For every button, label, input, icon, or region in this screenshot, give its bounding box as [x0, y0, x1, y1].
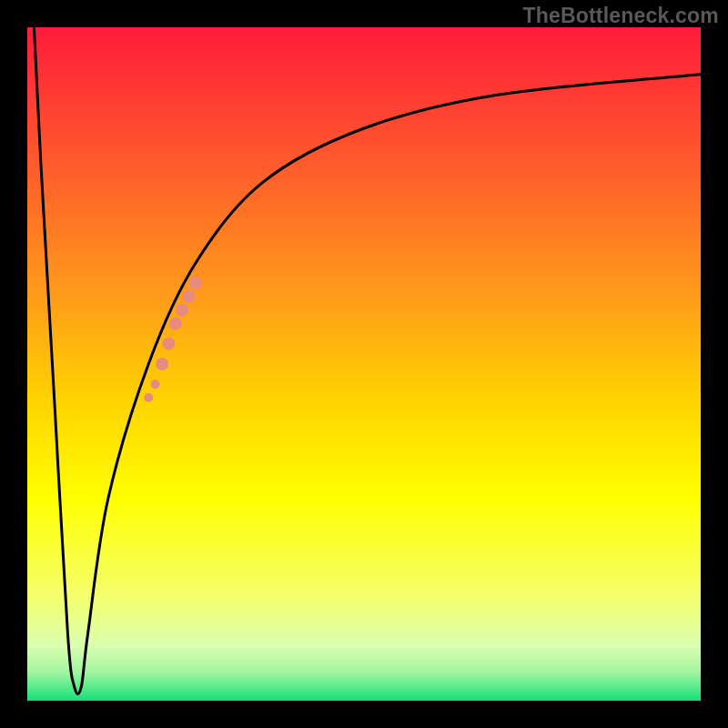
plot-area: [27, 27, 701, 701]
chart-frame: TheBottleneck.com: [0, 0, 728, 728]
gradient-background: [27, 27, 701, 701]
watermark-text: TheBottleneck.com: [522, 4, 719, 28]
